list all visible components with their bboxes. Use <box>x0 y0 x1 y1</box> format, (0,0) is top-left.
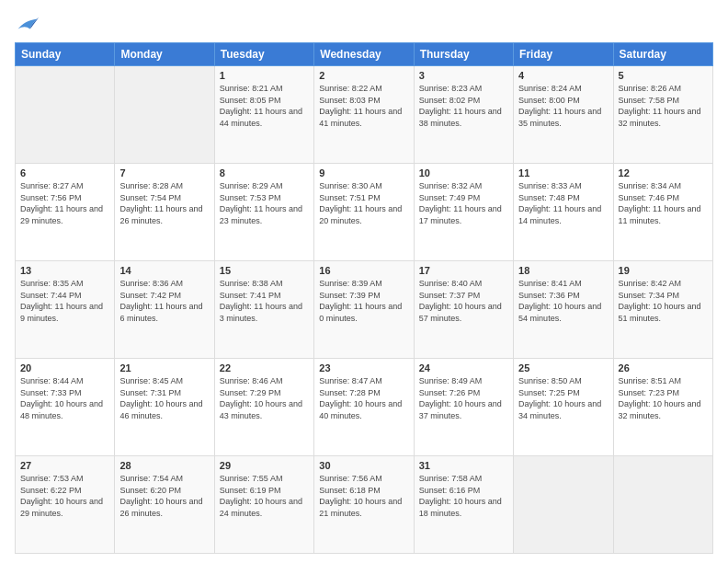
calendar-table: SundayMondayTuesdayWednesdayThursdayFrid… <box>15 42 713 554</box>
day-number: 17 <box>419 265 508 276</box>
day-number: 12 <box>619 167 708 178</box>
day-number: 24 <box>419 362 508 373</box>
day-info: Sunrise: 8:39 AMSunset: 7:39 PMDaylight:… <box>319 278 408 324</box>
day-number: 23 <box>319 362 408 373</box>
day-info: Sunrise: 8:35 AMSunset: 7:44 PMDaylight:… <box>20 278 109 324</box>
calendar-cell: 2Sunrise: 8:22 AMSunset: 8:03 PMDaylight… <box>314 66 414 164</box>
day-info: Sunrise: 8:26 AMSunset: 7:58 PMDaylight:… <box>619 83 708 129</box>
day-number: 16 <box>319 265 408 276</box>
calendar-cell: 18Sunrise: 8:41 AMSunset: 7:36 PMDayligh… <box>514 261 613 359</box>
day-info: Sunrise: 8:33 AMSunset: 7:48 PMDaylight:… <box>518 180 608 226</box>
header <box>15 15 713 33</box>
day-info: Sunrise: 8:40 AMSunset: 7:37 PMDaylight:… <box>419 278 508 324</box>
calendar-cell <box>16 66 115 164</box>
day-number: 25 <box>518 362 608 373</box>
day-number: 11 <box>518 167 608 178</box>
weekday-header-wednesday: Wednesday <box>314 43 414 66</box>
calendar-cell <box>613 456 712 554</box>
calendar-cell: 19Sunrise: 8:42 AMSunset: 7:34 PMDayligh… <box>613 261 712 359</box>
day-number: 15 <box>220 265 309 276</box>
calendar-cell: 6Sunrise: 8:27 AMSunset: 7:56 PMDaylight… <box>16 164 115 261</box>
week-row-1: 1Sunrise: 8:21 AMSunset: 8:05 PMDaylight… <box>16 66 713 164</box>
day-number: 10 <box>419 167 508 178</box>
calendar-cell <box>115 66 214 164</box>
weekday-header-monday: Monday <box>115 43 214 66</box>
day-number: 13 <box>20 265 109 276</box>
calendar-cell: 20Sunrise: 8:44 AMSunset: 7:33 PMDayligh… <box>16 359 115 456</box>
day-info: Sunrise: 8:44 AMSunset: 7:33 PMDaylight:… <box>20 375 109 421</box>
day-info: Sunrise: 7:55 AMSunset: 6:19 PMDaylight:… <box>220 473 309 519</box>
calendar-cell: 3Sunrise: 8:23 AMSunset: 8:02 PMDaylight… <box>414 66 513 164</box>
day-info: Sunrise: 7:54 AMSunset: 6:20 PMDaylight:… <box>119 473 209 519</box>
day-number: 20 <box>20 362 109 373</box>
calendar-cell: 29Sunrise: 7:55 AMSunset: 6:19 PMDayligh… <box>214 456 313 554</box>
day-number: 4 <box>518 70 608 81</box>
calendar-cell: 11Sunrise: 8:33 AMSunset: 7:48 PMDayligh… <box>514 164 613 261</box>
calendar-cell: 9Sunrise: 8:30 AMSunset: 7:51 PMDaylight… <box>314 164 414 261</box>
calendar-cell: 16Sunrise: 8:39 AMSunset: 7:39 PMDayligh… <box>314 261 414 359</box>
day-number: 22 <box>220 362 309 373</box>
calendar-cell: 28Sunrise: 7:54 AMSunset: 6:20 PMDayligh… <box>115 456 214 554</box>
day-info: Sunrise: 8:50 AMSunset: 7:25 PMDaylight:… <box>518 375 608 421</box>
calendar-cell: 12Sunrise: 8:34 AMSunset: 7:46 PMDayligh… <box>613 164 712 261</box>
day-number: 19 <box>619 265 708 276</box>
calendar-cell: 25Sunrise: 8:50 AMSunset: 7:25 PMDayligh… <box>514 359 613 456</box>
weekday-header-friday: Friday <box>514 43 613 66</box>
week-row-5: 27Sunrise: 7:53 AMSunset: 6:22 PMDayligh… <box>16 456 713 554</box>
calendar-cell: 22Sunrise: 8:46 AMSunset: 7:29 PMDayligh… <box>214 359 313 456</box>
calendar-cell: 23Sunrise: 8:47 AMSunset: 7:28 PMDayligh… <box>314 359 414 456</box>
day-number: 8 <box>220 167 309 178</box>
calendar-cell: 10Sunrise: 8:32 AMSunset: 7:49 PMDayligh… <box>414 164 513 261</box>
day-number: 7 <box>119 167 209 178</box>
calendar-cell: 17Sunrise: 8:40 AMSunset: 7:37 PMDayligh… <box>414 261 513 359</box>
day-info: Sunrise: 8:49 AMSunset: 7:26 PMDaylight:… <box>419 375 508 421</box>
day-info: Sunrise: 8:24 AMSunset: 8:00 PMDaylight:… <box>518 83 608 129</box>
weekday-header-thursday: Thursday <box>414 43 513 66</box>
calendar-cell: 26Sunrise: 8:51 AMSunset: 7:23 PMDayligh… <box>613 359 712 456</box>
day-info: Sunrise: 8:22 AMSunset: 8:03 PMDaylight:… <box>319 83 408 129</box>
weekday-header-tuesday: Tuesday <box>214 43 313 66</box>
calendar-cell: 31Sunrise: 7:58 AMSunset: 6:16 PMDayligh… <box>414 456 513 554</box>
day-number: 14 <box>119 265 209 276</box>
day-info: Sunrise: 8:29 AMSunset: 7:53 PMDaylight:… <box>220 180 309 226</box>
day-info: Sunrise: 8:28 AMSunset: 7:54 PMDaylight:… <box>119 180 209 226</box>
day-number: 29 <box>220 460 309 471</box>
day-number: 21 <box>119 362 209 373</box>
day-number: 5 <box>619 70 708 81</box>
day-info: Sunrise: 8:38 AMSunset: 7:41 PMDaylight:… <box>220 278 309 324</box>
calendar-cell: 8Sunrise: 8:29 AMSunset: 7:53 PMDaylight… <box>214 164 313 261</box>
day-number: 2 <box>319 70 408 81</box>
day-info: Sunrise: 8:41 AMSunset: 7:36 PMDaylight:… <box>518 278 608 324</box>
calendar-cell: 27Sunrise: 7:53 AMSunset: 6:22 PMDayligh… <box>16 456 115 554</box>
day-info: Sunrise: 8:34 AMSunset: 7:46 PMDaylight:… <box>619 180 708 226</box>
logo <box>15 15 39 33</box>
calendar-cell: 4Sunrise: 8:24 AMSunset: 8:00 PMDaylight… <box>514 66 613 164</box>
calendar-cell: 5Sunrise: 8:26 AMSunset: 7:58 PMDaylight… <box>613 66 712 164</box>
day-info: Sunrise: 8:23 AMSunset: 8:02 PMDaylight:… <box>419 83 508 129</box>
day-number: 31 <box>419 460 508 471</box>
calendar-cell: 7Sunrise: 8:28 AMSunset: 7:54 PMDaylight… <box>115 164 214 261</box>
calendar-cell: 15Sunrise: 8:38 AMSunset: 7:41 PMDayligh… <box>214 261 313 359</box>
week-row-3: 13Sunrise: 8:35 AMSunset: 7:44 PMDayligh… <box>16 261 713 359</box>
calendar-cell: 14Sunrise: 8:36 AMSunset: 7:42 PMDayligh… <box>115 261 214 359</box>
day-number: 27 <box>20 460 109 471</box>
day-number: 1 <box>220 70 309 81</box>
day-number: 28 <box>119 460 209 471</box>
week-row-4: 20Sunrise: 8:44 AMSunset: 7:33 PMDayligh… <box>16 359 713 456</box>
day-info: Sunrise: 8:42 AMSunset: 7:34 PMDaylight:… <box>619 278 708 324</box>
calendar-cell: 24Sunrise: 8:49 AMSunset: 7:26 PMDayligh… <box>414 359 513 456</box>
weekday-header-sunday: Sunday <box>16 43 115 66</box>
day-info: Sunrise: 8:21 AMSunset: 8:05 PMDaylight:… <box>220 83 309 129</box>
week-row-2: 6Sunrise: 8:27 AMSunset: 7:56 PMDaylight… <box>16 164 713 261</box>
day-number: 30 <box>319 460 408 471</box>
calendar-cell: 21Sunrise: 8:45 AMSunset: 7:31 PMDayligh… <box>115 359 214 456</box>
day-info: Sunrise: 8:45 AMSunset: 7:31 PMDaylight:… <box>119 375 209 421</box>
day-info: Sunrise: 7:53 AMSunset: 6:22 PMDaylight:… <box>20 473 109 519</box>
calendar-cell <box>514 456 613 554</box>
calendar-cell: 30Sunrise: 7:56 AMSunset: 6:18 PMDayligh… <box>314 456 414 554</box>
day-info: Sunrise: 8:27 AMSunset: 7:56 PMDaylight:… <box>20 180 109 226</box>
day-info: Sunrise: 8:32 AMSunset: 7:49 PMDaylight:… <box>419 180 508 226</box>
logo-bird-icon <box>17 15 39 33</box>
day-info: Sunrise: 8:47 AMSunset: 7:28 PMDaylight:… <box>319 375 408 421</box>
day-info: Sunrise: 7:56 AMSunset: 6:18 PMDaylight:… <box>319 473 408 519</box>
